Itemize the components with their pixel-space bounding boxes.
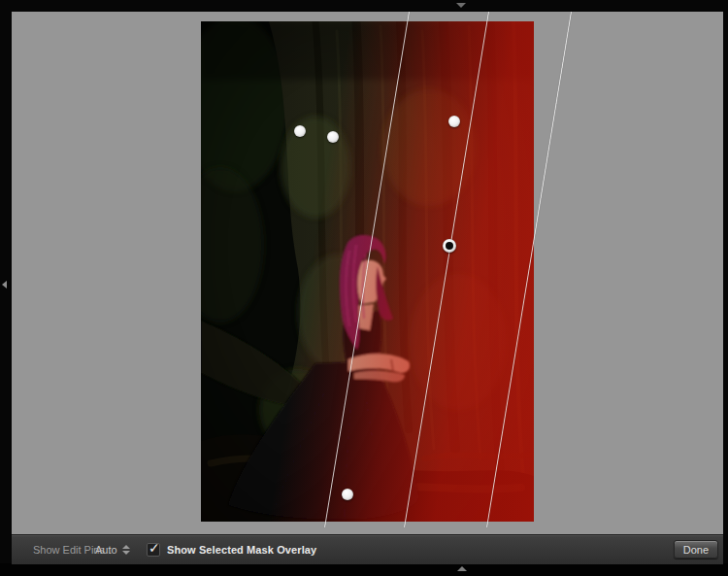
edit-pin-selected[interactable] <box>443 239 456 253</box>
show-selected-mask-overlay-label[interactable]: Show Selected Mask Overlay <box>167 544 316 556</box>
show-selected-mask-overlay-checkbox[interactable] <box>147 543 160 557</box>
edit-pin[interactable] <box>448 116 460 127</box>
show-edit-pins-select[interactable]: Auto <box>95 544 130 556</box>
filmstrip-edge <box>0 563 728 576</box>
application-window: Show Edit Pins : Auto Show Selected Mask… <box>0 0 728 576</box>
toolbar: Show Edit Pins : Auto Show Selected Mask… <box>12 534 723 564</box>
preview-area <box>12 12 723 534</box>
updown-arrows-icon <box>122 545 130 555</box>
edit-pin[interactable] <box>294 125 306 137</box>
photo-canvas[interactable] <box>201 21 534 522</box>
bottom-panel-reveal-icon[interactable] <box>457 566 467 571</box>
left-panel-reveal-icon[interactable] <box>2 281 7 288</box>
photo-artwork <box>201 21 534 522</box>
show-edit-pins-value: Auto <box>95 544 117 556</box>
done-button[interactable]: Done <box>674 540 718 559</box>
edit-pin[interactable] <box>327 131 339 143</box>
top-panel-reveal-icon[interactable] <box>456 3 466 8</box>
edit-pin[interactable] <box>342 489 353 500</box>
